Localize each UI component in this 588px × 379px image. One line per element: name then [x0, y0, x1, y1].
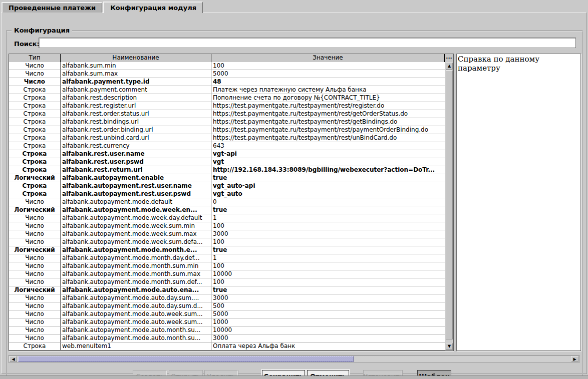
table-row[interactable]: Логическийalfabank.autopayment.enabletru…: [9, 174, 445, 182]
table-row[interactable]: Числоalfabank.autopayment.mode.week.day.…: [9, 214, 445, 222]
cell-type: Строка: [9, 86, 61, 94]
cell-type: Строка: [9, 94, 61, 102]
cell-name: alfabank.payment.type.id: [61, 78, 211, 86]
table-row[interactable]: Строкаalfabank.rest.order.binding.urlhtt…: [9, 126, 445, 134]
vertical-scroll-thumb[interactable]: [446, 70, 453, 339]
cell-type: Строка: [9, 166, 61, 174]
table-row[interactable]: Строкаweb.menuItem1Оплата через Альфа ба…: [9, 342, 445, 350]
table-row[interactable]: Числоalfabank.autopayment.mode.month.sum…: [9, 270, 445, 278]
table-row[interactable]: Числоalfabank.autopayment.mode.default0: [9, 198, 445, 206]
table-row[interactable]: Числоalfabank.sum.max5000: [9, 70, 445, 78]
table-row[interactable]: Строкаalfabank.rest.order.status.urlhttp…: [9, 110, 445, 118]
table-row[interactable]: Строкаalfabank.autopayment.rest.user.nam…: [9, 182, 445, 190]
cell-name: alfabank.autopayment.mode.default: [61, 198, 211, 206]
vertical-scrollbar[interactable]: ▲ ▼: [445, 62, 453, 350]
cell-value: vgt-api: [211, 150, 445, 158]
cell-type: Число: [9, 62, 61, 70]
table-row[interactable]: Числоalfabank.autopayment.mode.month.sum…: [9, 278, 445, 286]
cell-name: alfabank.autopayment.rest.user.pswd: [61, 190, 211, 198]
horizontal-scroll-thumb[interactable]: [18, 356, 354, 362]
cell-type: Логический: [9, 206, 61, 214]
cell-type: Строка: [9, 110, 61, 118]
cell-value: 500: [211, 302, 445, 310]
table-row[interactable]: Числоalfabank.autopayment.mode.auto.mont…: [9, 334, 445, 342]
cell-value: https://test.paymentgate.ru/testpayment/…: [211, 102, 445, 110]
column-header-type[interactable]: Тип: [9, 54, 61, 62]
table-row[interactable]: Строкаalfabank.rest.bindings.urlhttps://…: [9, 118, 445, 126]
cell-type: Число: [9, 310, 61, 318]
table-row[interactable]: Числоalfabank.autopayment.mode.auto.week…: [9, 318, 445, 326]
help-panel: Справка по данному параметру: [456, 54, 581, 351]
tab-content-panel: Конфигурация Поиск: Тип Наименование Зна…: [1, 12, 587, 374]
cell-type: Число: [9, 270, 61, 278]
config-table: Тип Наименование Значение ... Числоalfab…: [9, 54, 454, 351]
column-chooser-button[interactable]: ...: [445, 54, 453, 62]
cell-value: 100: [211, 222, 445, 230]
table-row[interactable]: Логическийalfabank.autopayment.mode.mont…: [9, 246, 445, 254]
cell-value: true: [211, 174, 445, 182]
cell-name: alfabank.autopayment.mode.week.sum.min: [61, 222, 211, 230]
table-row[interactable]: Числоalfabank.autopayment.mode.month.day…: [9, 254, 445, 262]
cell-type: Строка: [9, 118, 61, 126]
cell-name: alfabank.autopayment.mode.auto.month.su.…: [61, 334, 211, 342]
tab-completed-payments[interactable]: Проведенные платежи: [2, 2, 102, 13]
table-row[interactable]: Строкаalfabank.rest.descriptionПополнени…: [9, 94, 445, 102]
table-row[interactable]: Числоalfabank.autopayment.mode.auto.mont…: [9, 326, 445, 334]
cell-name: alfabank.rest.order.binding.url: [61, 126, 211, 134]
table-row[interactable]: Числоalfabank.autopayment.mode.auto.day.…: [9, 302, 445, 310]
cell-type: Число: [9, 78, 61, 86]
table-row[interactable]: Числоalfabank.autopayment.mode.month.sum…: [9, 262, 445, 270]
table-row[interactable]: Строкаalfabank.rest.unbind.card.urlhttps…: [9, 134, 445, 142]
cell-value: 10000: [211, 270, 445, 278]
tab-bar: Проведенные платежиКонфигурация модуля: [2, 1, 204, 13]
cell-name: alfabank.payment.comment: [61, 86, 211, 94]
table-row[interactable]: Числоalfabank.payment.type.id48: [9, 78, 445, 86]
cell-type: Число: [9, 278, 61, 286]
table-row[interactable]: Строкаalfabank.rest.register.urlhttps://…: [9, 102, 445, 110]
search-input[interactable]: [39, 38, 576, 48]
cell-name: alfabank.rest.description: [61, 94, 211, 102]
table-row[interactable]: Числоalfabank.autopayment.mode.auto.week…: [9, 310, 445, 318]
cell-type: Строка: [9, 126, 61, 134]
cell-name: alfabank.autopayment.mode.month.sum.max: [61, 270, 211, 278]
table-row[interactable]: Логическийalfabank.autopayment.mode.week…: [9, 206, 445, 214]
cell-type: Строка: [9, 142, 61, 150]
scroll-left-icon[interactable]: ◀: [10, 356, 17, 362]
table-row[interactable]: Строкаalfabank.rest.user.namevgt-api: [9, 150, 445, 158]
table-row[interactable]: Строкаalfabank.payment.commentПлатеж чер…: [9, 86, 445, 94]
cell-value: 643: [211, 142, 445, 150]
cell-type: Число: [9, 214, 61, 222]
cell-name: alfabank.rest.user.name: [61, 150, 211, 158]
table-row[interactable]: Числоalfabank.sum.min100: [9, 62, 445, 70]
cell-name: alfabank.rest.currency: [61, 142, 211, 150]
table-row[interactable]: Строкаalfabank.rest.return.urlhttp://192…: [9, 166, 445, 174]
table-row[interactable]: Числоalfabank.autopayment.mode.auto.day.…: [9, 294, 445, 302]
table-row[interactable]: Числоalfabank.autopayment.mode.week.sum.…: [9, 222, 445, 230]
cell-name: alfabank.rest.register.url: [61, 102, 211, 110]
cell-name: alfabank.autopayment.mode.auto.week.sum.…: [61, 318, 211, 326]
cell-name: alfabank.autopayment.mode.week.sum.defa.…: [61, 238, 211, 246]
cell-type: Строка: [9, 102, 61, 110]
horizontal-scrollbar[interactable]: ◀ ▶: [9, 355, 579, 363]
scroll-up-icon[interactable]: ▲: [446, 63, 453, 70]
table-row[interactable]: Числоalfabank.autopayment.mode.week.sum.…: [9, 230, 445, 238]
table-row[interactable]: Числоalfabank.autopayment.mode.week.sum.…: [9, 238, 445, 246]
table-row[interactable]: Строкаalfabank.rest.currency643: [9, 142, 445, 150]
column-header-value[interactable]: Значение: [211, 54, 445, 62]
table-row[interactable]: Логическийalfabank.autopayment.mode.auto…: [9, 286, 445, 294]
cell-value: 5000: [211, 310, 445, 318]
tab-module-configuration[interactable]: Конфигурация модуля: [103, 2, 203, 13]
window-bottom-edge: [0, 375, 588, 379]
scroll-right-icon[interactable]: ▶: [571, 356, 578, 362]
cell-name: alfabank.rest.user.pswd: [61, 158, 211, 166]
cell-value: Платеж через платежную систему Альфа бан…: [211, 86, 445, 94]
cell-name: alfabank.autopayment.mode.auto.day.sum..…: [61, 294, 211, 302]
column-header-name[interactable]: Наименование: [61, 54, 211, 62]
cell-value: 100: [211, 62, 445, 70]
scroll-down-icon[interactable]: ▼: [446, 343, 453, 350]
cell-value: 3000: [211, 294, 445, 302]
table-row[interactable]: Строкаalfabank.autopayment.rest.user.psw…: [9, 190, 445, 198]
cell-type: Строка: [9, 150, 61, 158]
table-row[interactable]: Строкаalfabank.rest.user.pswdvgt: [9, 158, 445, 166]
cell-type: Число: [9, 222, 61, 230]
